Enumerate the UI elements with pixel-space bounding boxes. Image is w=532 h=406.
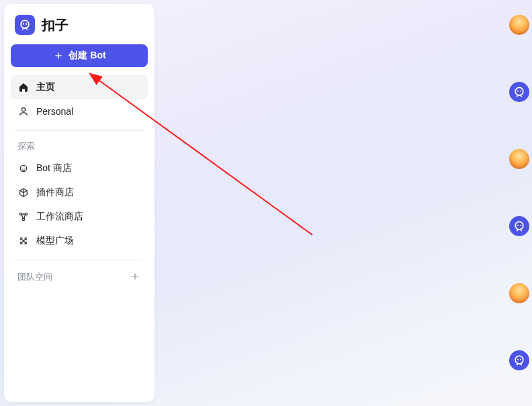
svg-point-17	[517, 359, 519, 360]
divider	[15, 130, 144, 131]
nav-plugin-store-label: 插件商店	[36, 187, 74, 199]
nav-workflow-store[interactable]: 工作流商店	[11, 205, 148, 229]
svg-point-0	[21, 20, 29, 28]
home-icon	[17, 81, 30, 93]
nav-model-square-label: 模型广场	[36, 235, 74, 247]
brand-logo-icon	[15, 15, 35, 35]
svg-point-11	[517, 91, 519, 92]
svg-point-5	[22, 168, 23, 168]
svg-point-14	[517, 225, 519, 226]
svg-point-15	[520, 225, 521, 226]
brand-title: 扣子	[42, 16, 69, 34]
svg-point-1	[23, 23, 24, 25]
explore-section-label: 探索	[11, 138, 148, 156]
svg-point-12	[520, 91, 521, 92]
svg-point-13	[515, 221, 523, 230]
nav-home[interactable]: 主页	[11, 75, 148, 99]
create-bot-label: 创建 Bot	[69, 50, 105, 62]
svg-point-16	[515, 356, 523, 364]
svg-point-3	[21, 108, 25, 111]
svg-point-9	[22, 218, 24, 220]
svg-point-6	[24, 168, 25, 168]
workflow-icon	[17, 211, 30, 223]
team-space-label: 团队空间	[17, 271, 52, 283]
sidebar: 扣子 创建 Bot 主页 Personal 探索 Bot 商店 插件商店	[4, 4, 154, 402]
nav-model-square[interactable]: 模型广场	[11, 229, 148, 253]
svg-point-4	[20, 165, 26, 171]
add-team-button[interactable]	[130, 272, 141, 283]
nav-workflow-store-label: 工作流商店	[36, 211, 83, 223]
team-space-row: 团队空间	[11, 267, 148, 287]
svg-point-2	[26, 23, 27, 25]
svg-point-10	[515, 87, 523, 95]
avatar[interactable]	[509, 15, 529, 35]
nav-personal-label: Personal	[36, 106, 73, 117]
create-bot-button[interactable]: 创建 Bot	[11, 44, 148, 67]
nav-home-label: 主页	[36, 81, 55, 93]
person-icon	[17, 105, 30, 117]
bot-avatar[interactable]	[509, 82, 529, 102]
bot-avatar[interactable]	[509, 350, 529, 370]
right-avatar-rail	[509, 15, 529, 370]
cube-icon	[17, 187, 30, 199]
bot-avatar[interactable]	[509, 216, 529, 236]
nav-personal[interactable]: Personal	[11, 99, 148, 123]
svg-point-18	[520, 359, 521, 360]
plus-icon	[52, 50, 64, 62]
nav-bot-store-label: Bot 商店	[36, 162, 72, 174]
nav-plugin-store[interactable]: 插件商店	[11, 181, 148, 205]
bot-store-icon	[17, 162, 30, 174]
nav-bot-store[interactable]: Bot 商店	[11, 156, 148, 181]
avatar[interactable]	[509, 283, 529, 303]
brand: 扣子	[11, 13, 148, 44]
avatar[interactable]	[509, 149, 529, 169]
model-square-icon	[17, 235, 30, 247]
divider	[15, 260, 144, 260]
